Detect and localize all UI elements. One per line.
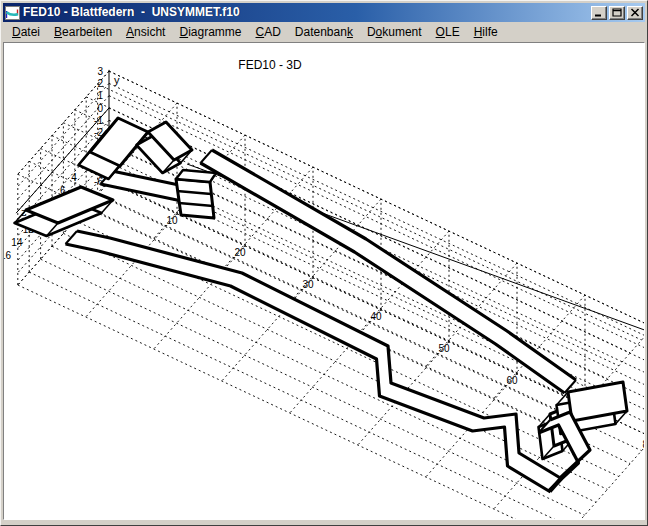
menu-item-ole[interactable]: OLE <box>429 23 467 41</box>
minimize-icon <box>594 8 604 17</box>
x-tick-label: 20 <box>234 247 246 258</box>
close-icon <box>630 8 640 17</box>
y-tick-label: 0 <box>97 103 103 114</box>
menu-item-hilfe[interactable]: Hilfe <box>467 23 505 41</box>
lower-leaf <box>66 231 563 492</box>
x-tick-label: 10 <box>166 215 178 226</box>
x-tick-label: 80 <box>642 439 645 450</box>
window-title: FED10 - Blattfedern - UNSYMMET.f10 <box>23 3 587 22</box>
x-tick-label: 60 <box>506 375 518 386</box>
menu-item-datei[interactable]: Datei <box>5 23 47 41</box>
menu-bar: DateiBearbeitenAnsichtDiagrammeCADDatenb… <box>3 22 645 41</box>
y-tick-label: 2 <box>97 78 103 89</box>
spring-3d-plot: 10203040506070803210-1-2-3-4-5-602468101… <box>4 43 645 520</box>
y-tick-label: -1 <box>94 115 103 126</box>
menu-item-ansicht[interactable]: Ansicht <box>119 23 172 41</box>
menu-item-cad[interactable]: CAD <box>249 23 288 41</box>
menu-item-diagramme[interactable]: Diagramme <box>172 23 248 41</box>
app-window: FED10 - Blattfedern - UNSYMMET.f10 Datei… <box>0 0 648 526</box>
maximize-icon <box>612 8 622 17</box>
y-axis-title: y <box>114 74 120 86</box>
x-tick-label: 40 <box>370 311 382 322</box>
minimize-button[interactable] <box>591 6 607 20</box>
menu-item-datenbank[interactable]: Datenbank <box>288 23 360 41</box>
close-button[interactable] <box>627 6 643 20</box>
x-tick-label: 50 <box>438 343 450 354</box>
app-icon <box>5 6 20 20</box>
z-tick-label: 14 <box>11 237 23 248</box>
z-tick-label: 4 <box>71 172 77 183</box>
x-tick-label: 30 <box>302 279 314 290</box>
window-controls <box>591 6 643 20</box>
menu-item-dokument[interactable]: Dokument <box>360 23 429 41</box>
maximize-button[interactable] <box>609 6 625 20</box>
title-bar[interactable]: FED10 - Blattfedern - UNSYMMET.f10 <box>3 3 645 22</box>
z-tick-label: 16 <box>4 250 11 261</box>
drawing-area: 10203040506070803210-1-2-3-4-5-602468101… <box>3 42 645 520</box>
menu-item-bearbeiten[interactable]: Bearbeiten <box>47 23 119 41</box>
y-tick-label: 1 <box>97 90 103 101</box>
y-tick-label: 3 <box>97 66 103 77</box>
leaf-stack <box>176 179 214 218</box>
plot-title: FED10 - 3D <box>238 58 302 72</box>
